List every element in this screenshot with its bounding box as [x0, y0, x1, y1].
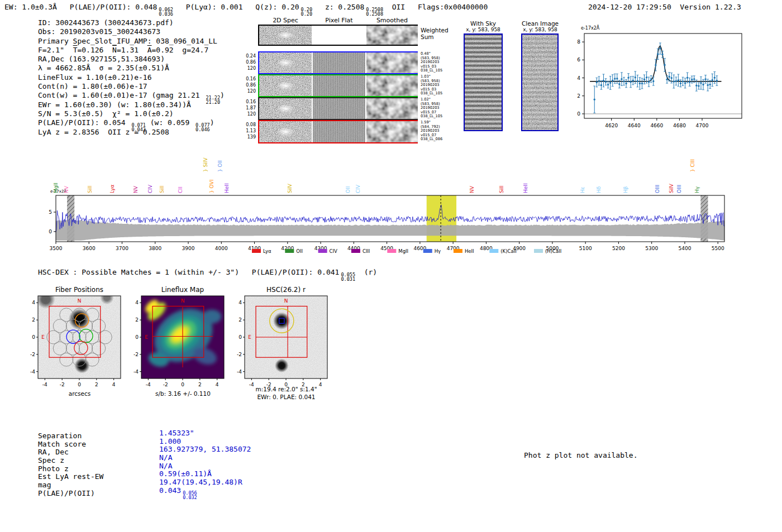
- emission-line-label: CII: [178, 186, 183, 193]
- div-el: 0.16: [235, 99, 256, 105]
- circle-el: [605, 81, 607, 83]
- emission-line-label: SiII: [159, 185, 165, 193]
- circle-el: [643, 79, 645, 80]
- text-el: 6: [577, 57, 580, 63]
- circle-el: [616, 78, 618, 79]
- emission-bright-spot: [381, 126, 403, 137]
- span-el: A: [147, 46, 152, 54]
- circle-el: [637, 80, 638, 82]
- row-value: 0.0430.0560.032: [159, 486, 197, 500]
- legend-swatch: [252, 249, 261, 253]
- text-el: 4640: [628, 123, 641, 128]
- z-type: OII: [388, 3, 405, 11]
- text-el: 3600: [83, 246, 96, 251]
- catalog-source-blob: [275, 359, 289, 373]
- flat-noise: [313, 75, 365, 96]
- span-el: λ = 4662.85Å σ = 2.35(±0.51)Å: [38, 64, 169, 72]
- spec-image-strip: [259, 75, 312, 96]
- text-el: 4: [216, 382, 219, 387]
- span-el: =1.31: [117, 46, 147, 54]
- text-el: 8: [577, 39, 580, 45]
- emission-line-label: OII: [345, 186, 351, 193]
- row-scale-values: 0.160.86120: [235, 76, 256, 94]
- with-sky-image: [464, 33, 503, 131]
- text-el: 5500: [712, 246, 724, 251]
- circle-el: [712, 79, 713, 81]
- plae-uncertainty: 0.0620.036: [159, 7, 173, 16]
- emission-line-label: } OVI: [209, 180, 214, 193]
- row-label: Photo z: [38, 464, 69, 473]
- legend-label: MgII: [398, 248, 408, 254]
- with-sky-title: With Sky: [455, 20, 511, 27]
- lineflux-map-panel: -4-4-2-2002244NE: [125, 293, 239, 390]
- text-el: E: [145, 334, 148, 340]
- text-el: 5100: [579, 246, 592, 251]
- row-fiber-info: 1.03"(583, 958)20190203v015_03038_LL_105: [421, 75, 442, 96]
- circle-el: [596, 82, 598, 83]
- line-fit-chart: e-17x2Å0246846204640466046804700: [563, 22, 750, 134]
- row-scale-values: 0.240.86120: [235, 53, 256, 71]
- text-el: -4: [237, 369, 242, 375]
- circle-el: [704, 78, 706, 80]
- emission-bright-spot: [274, 30, 297, 40]
- text-el: -2: [163, 382, 168, 387]
- text-el: 0: [239, 334, 242, 340]
- rect-el: [584, 33, 742, 118]
- legend-label: CIII: [363, 248, 370, 254]
- circle-el: [700, 82, 702, 84]
- emission-line-label: Hγ: [694, 186, 700, 193]
- spec-image-strip: [259, 98, 312, 119]
- row-value: 1.45323": [159, 429, 194, 437]
- span-el: =0.92 g=24.7: [152, 46, 209, 54]
- div-el: 120: [235, 111, 256, 117]
- info-line: Cont(n) = 1.80(±0.06)e-17: [38, 82, 225, 91]
- row-scale-values: 0.081.13139: [235, 122, 256, 140]
- sky-noise-overlay: [465, 35, 502, 130]
- hsc-plae-sub: 0.031: [341, 277, 355, 281]
- circle-el: [621, 78, 622, 80]
- spec-image-strip: [366, 52, 418, 73]
- hsc-prefix: HSC-DEX : Possible Matches = 1 (within +…: [38, 268, 239, 276]
- flux-blob: [202, 310, 221, 324]
- emission-line-label: CIV: [355, 184, 361, 193]
- header-summary: EW: 1.0±0.3Å P(LAE)/P(OII): 0.0480.0620.…: [4, 3, 488, 16]
- div-el: 120: [235, 88, 256, 94]
- info-line: EWr = 1.60(±0.30) (w: 1.80(±0.34))Å: [38, 100, 225, 109]
- col-title-smoothed: Smoothed: [365, 17, 419, 24]
- hsc-plae-uncertainty: 0.0550.031: [341, 272, 355, 281]
- col-title-2dspec: 2D Spec: [258, 17, 313, 24]
- text-el: 4: [112, 382, 116, 387]
- circle-el: [666, 79, 667, 80]
- emission-line-label: HeII: [523, 183, 528, 193]
- circle-el: [646, 76, 647, 78]
- legend-label: Hγ: [435, 248, 441, 254]
- span-el: Cont(n) = 1.80(±0.06)e-17: [38, 82, 147, 90]
- clean-stripes-faint: [522, 35, 557, 130]
- text-el: 2: [95, 382, 98, 387]
- circle-el: [684, 82, 686, 84]
- info-block: ID: 3002443673 (3002443673.pdf)Obs: 2019…: [38, 18, 225, 137]
- span-el: Obs: 20190203v015_3002443673: [38, 27, 160, 36]
- hsc-caption-2: EWr: 0. PLAE: 0.041: [229, 394, 344, 400]
- flags-value: Flags:0x00400000: [418, 3, 488, 11]
- text-el: 4: [577, 75, 580, 81]
- pixel-flat-strip: [313, 75, 365, 96]
- emission-bright-spot: [274, 126, 297, 137]
- z-value: z: 0.2508: [325, 3, 364, 11]
- legend-swatch: [285, 249, 294, 253]
- div-el: 120: [235, 65, 256, 71]
- circle-el: [702, 84, 704, 85]
- span-el: 21.20: [206, 100, 220, 104]
- circle-el: [691, 79, 693, 80]
- span-el: N: [112, 46, 117, 54]
- circle-el: [630, 81, 631, 83]
- plae-sub: 0.036: [159, 12, 173, 16]
- circle-el: [707, 84, 708, 86]
- legend-swatch: [387, 249, 396, 253]
- span-el: RA,Dec (163.927155,51.384693): [38, 55, 165, 63]
- pixel-flat-strip: [313, 52, 365, 73]
- spec-image-strip: [259, 121, 312, 142]
- hsc-matches-header: HSC-DEX : Possible Matches = 1 (within +…: [38, 268, 377, 281]
- circle-el: [709, 84, 711, 85]
- emission-line-label: Hε: [580, 186, 585, 193]
